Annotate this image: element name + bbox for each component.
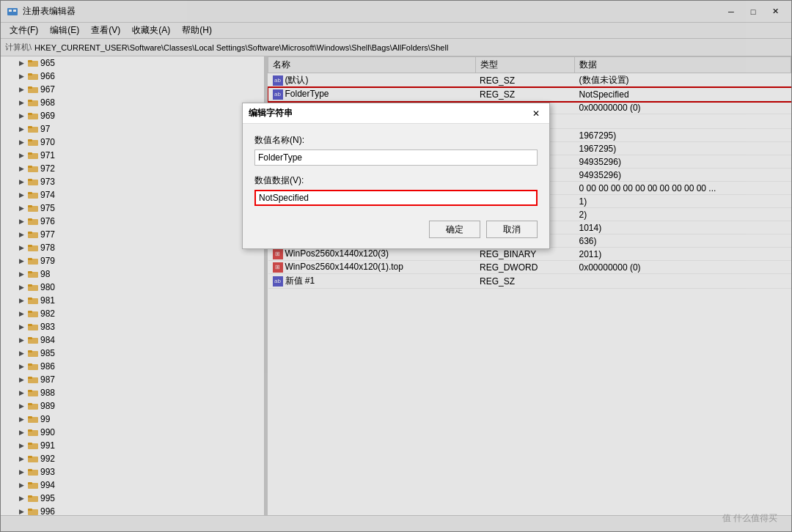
data-label: 数值数据(V): [254,174,538,187]
name-label: 数值名称(N): [254,134,538,147]
data-input[interactable] [254,190,538,206]
dialog-close-button[interactable]: ✕ [529,107,543,120]
modal-overlay: 编辑字符串 ✕ 数值名称(N): 数值数据(V): 确定 取消 [0,0,792,532]
edit-string-dialog: 编辑字符串 ✕ 数值名称(N): 数值数据(V): 确定 取消 [242,103,550,249]
dialog-buttons: 确定 取消 [254,221,538,238]
dialog-body: 数值名称(N): 数值数据(V): 确定 取消 [243,124,549,248]
name-input[interactable] [254,149,538,166]
dialog-title: 编辑字符串 [249,107,293,119]
cancel-button[interactable]: 取消 [486,221,538,238]
ok-button[interactable]: 确定 [429,221,480,238]
dialog-title-bar: 编辑字符串 ✕ [243,103,549,124]
